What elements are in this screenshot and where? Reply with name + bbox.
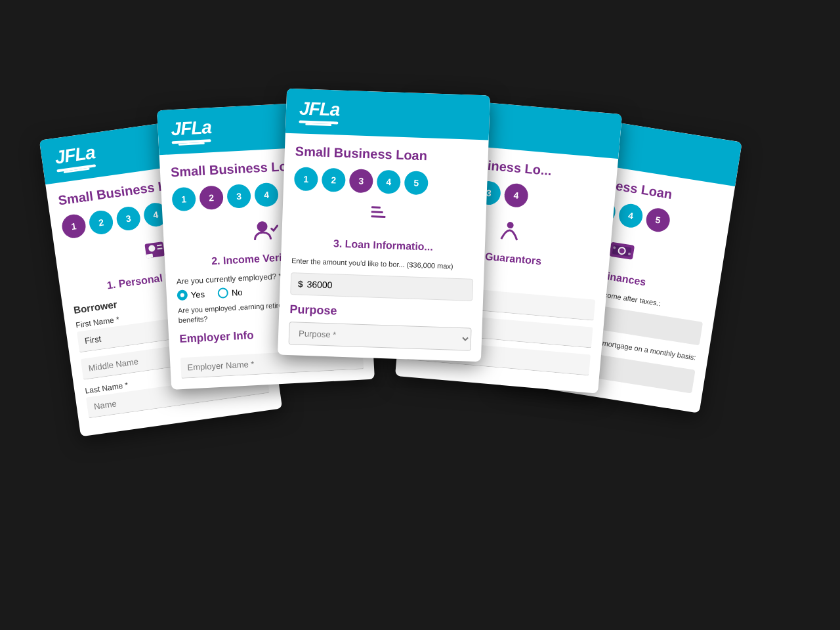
card-3-header: JFLa — [285, 89, 490, 140]
no-option[interactable]: No — [218, 287, 243, 299]
step-indicators-3: 1 2 3 4 5 — [294, 167, 477, 197]
loan-title-3: Small Business Loan — [295, 144, 478, 165]
dollar-sign: $ — [298, 279, 303, 289]
no-radio[interactable] — [218, 287, 229, 299]
logo-underline-3 — [299, 120, 338, 124]
yes-radio[interactable] — [177, 289, 188, 301]
amount-input-container: $ — [290, 272, 473, 301]
svg-rect-6 — [371, 206, 381, 208]
step-5-dot-c3: 5 — [404, 171, 429, 195]
svg-rect-7 — [371, 211, 383, 213]
card-3-body: Small Business Loan 1 2 3 4 5 3. Loan In… — [278, 133, 489, 362]
step-4-dot-c5: 4 — [618, 202, 644, 229]
loan-icon — [293, 200, 476, 238]
card-loan-information: JFLa Small Business Loan 1 2 3 4 5 3. Lo… — [278, 89, 490, 362]
step-4-dot-c4: 4 — [503, 182, 529, 208]
svg-point-5 — [257, 221, 268, 232]
card-3-section-title: 3. Loan Informatio... — [292, 236, 474, 255]
step-1-dot-c3: 1 — [294, 167, 318, 191]
loan-prompt: Enter the amount you'd like to bor... ($… — [291, 256, 474, 272]
amount-input[interactable] — [306, 279, 466, 295]
yes-label: Yes — [190, 289, 205, 299]
step-3-dot-c3: 3 — [349, 169, 373, 193]
purpose-select[interactable]: Purpose * — [289, 322, 472, 351]
yes-option[interactable]: Yes — [177, 289, 205, 301]
step-3-dot-c2: 3 — [226, 184, 251, 209]
step-1-dot: 1 — [60, 213, 87, 240]
svg-rect-8 — [371, 215, 385, 218]
no-label: No — [232, 287, 243, 297]
step-2-dot: 2 — [88, 209, 115, 236]
purpose-title: Purpose — [289, 303, 472, 323]
svg-point-9 — [507, 222, 514, 229]
step-2-dot-c2: 2 — [199, 185, 224, 210]
step-4-dot-c3: 4 — [377, 170, 401, 194]
logo-underline-2 — [172, 139, 211, 144]
cards-scene: JFLa Small Business Loan 1 2 3 4 5 — [59, 85, 781, 545]
step-4-dot-c2: 4 — [254, 182, 279, 207]
step-1-dot-c2: 1 — [171, 187, 196, 212]
step-2-dot-c3: 2 — [322, 168, 346, 192]
step-3-dot: 3 — [115, 205, 142, 232]
step-5-dot-c5: 5 — [644, 207, 671, 234]
jfla-logo-3: JFLa — [299, 99, 477, 123]
svg-point-12 — [618, 247, 625, 254]
